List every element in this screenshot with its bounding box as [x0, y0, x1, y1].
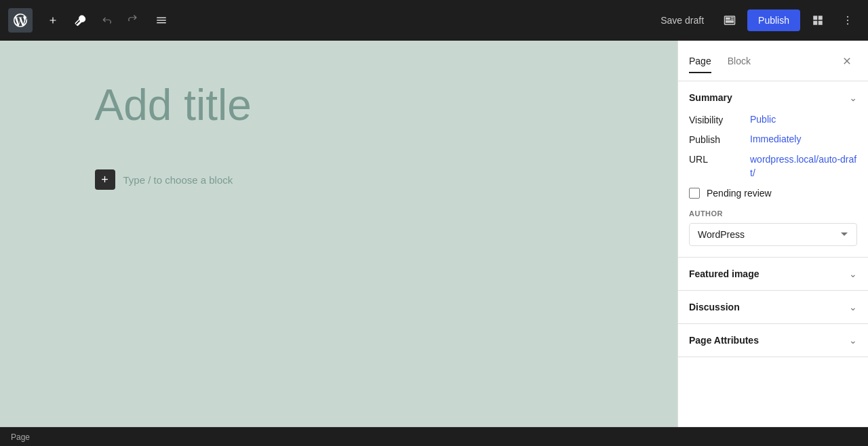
editor-area[interactable]: Add title + Type / to choose a block — [0, 41, 677, 427]
status-bar: Page — [0, 427, 868, 446]
summary-section-header[interactable]: Summary ⌃ — [678, 81, 868, 114]
author-section: AUTHOR WordPress — [689, 209, 857, 246]
main-layout: Add title + Type / to choose a block Pag… — [0, 41, 868, 427]
discussion-title: Discussion — [689, 302, 740, 312]
pending-review-checkbox[interactable] — [689, 188, 700, 199]
publish-row: Publish Immediately — [689, 134, 857, 145]
add-block-inline-button[interactable]: + — [95, 169, 115, 190]
url-label: URL — [689, 153, 750, 165]
summary-chevron-icon: ⌃ — [849, 92, 857, 103]
publish-label: Publish — [689, 134, 750, 145]
redo-button[interactable] — [122, 8, 146, 33]
sidebar-close-button[interactable] — [837, 51, 857, 71]
publish-value[interactable]: Immediately — [750, 134, 857, 144]
undo-button[interactable] — [95, 8, 119, 33]
summary-section-content: Visibility Public Publish Immediately UR… — [678, 114, 868, 257]
page-attributes-section[interactable]: Page Attributes ⌄ — [678, 324, 868, 357]
visibility-row: Visibility Public — [689, 114, 857, 125]
discussion-chevron-icon: ⌄ — [849, 302, 857, 312]
wp-logo-button[interactable] — [8, 8, 33, 33]
visibility-label: Visibility — [689, 114, 750, 125]
visibility-value[interactable]: Public — [750, 114, 857, 125]
featured-image-section[interactable]: Featured image ⌄ — [678, 258, 868, 291]
view-toggle-button[interactable] — [806, 8, 830, 33]
featured-image-title: Featured image — [689, 268, 759, 279]
toolbar: Save draft Publish — [0, 0, 868, 41]
editor-content: Add title + Type / to choose a block — [68, 81, 610, 190]
svg-point-0 — [847, 16, 848, 18]
toolbar-right: Save draft Publish — [652, 8, 860, 33]
status-bar-label: Page — [11, 432, 30, 442]
pending-review-label: Pending review — [707, 188, 772, 199]
publish-button[interactable]: Publish — [747, 9, 800, 31]
page-attributes-title: Page Attributes — [689, 335, 759, 346]
document-overview-button[interactable] — [149, 8, 174, 33]
preview-button[interactable] — [717, 8, 742, 33]
save-draft-button[interactable]: Save draft — [652, 9, 712, 31]
block-placeholder: + Type / to choose a block — [95, 169, 583, 190]
summary-section: Summary ⌃ Visibility Public Publish Imme… — [678, 81, 868, 258]
pending-review-row: Pending review — [689, 188, 857, 199]
sidebar-tabs: Page Block — [678, 41, 868, 81]
add-block-toolbar-button[interactable] — [41, 8, 65, 33]
tools-button[interactable] — [68, 8, 92, 33]
author-label: AUTHOR — [689, 209, 857, 218]
page-attributes-chevron-icon: ⌄ — [849, 335, 857, 346]
more-options-button[interactable] — [835, 8, 860, 33]
sidebar: Page Block Summary ⌃ Visibility Public P… — [677, 41, 868, 427]
discussion-section[interactable]: Discussion ⌄ — [678, 291, 868, 324]
title-placeholder[interactable]: Add title — [95, 81, 583, 129]
url-value[interactable]: wordpress.local/auto-draft/ — [750, 153, 857, 180]
block-placeholder-text: Type / to choose a block — [123, 174, 233, 186]
svg-point-2 — [847, 23, 848, 24]
url-row: URL wordpress.local/auto-draft/ — [689, 153, 857, 180]
featured-image-chevron-icon: ⌄ — [849, 268, 857, 279]
toolbar-left — [8, 8, 650, 33]
tab-block[interactable]: Block — [728, 50, 751, 73]
summary-section-title: Summary — [689, 92, 732, 103]
svg-point-1 — [847, 20, 848, 21]
tab-page[interactable]: Page — [689, 50, 711, 73]
author-select[interactable]: WordPress — [689, 223, 857, 246]
